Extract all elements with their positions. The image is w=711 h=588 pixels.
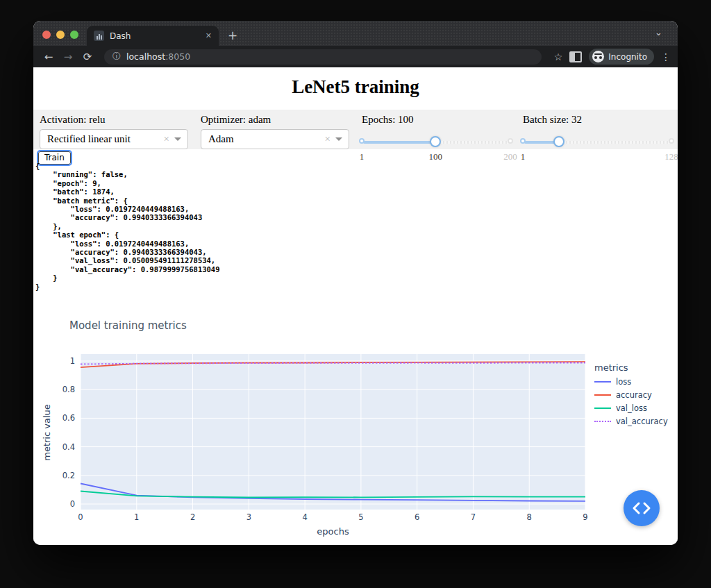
- x-tick-label: 6: [415, 512, 419, 522]
- x-tick-label: 8: [527, 512, 532, 522]
- maximize-window-button[interactable]: [70, 31, 78, 39]
- legend-swatch: [594, 421, 611, 422]
- x-tick-label: 5: [358, 512, 363, 522]
- training-status-json: { "running": false, "epoch": 9, "batch":…: [35, 162, 220, 291]
- dash-debug-menu-button[interactable]: [624, 490, 660, 526]
- url-host: localhost: [126, 51, 165, 62]
- batch-size-control: Batch size: 32 1128: [517, 110, 678, 149]
- caret-down-icon[interactable]: [174, 137, 181, 141]
- x-tick-label: 9: [583, 512, 587, 522]
- chevron-down-icon[interactable]: ⌄: [655, 27, 662, 37]
- x-tick-label: 4: [302, 512, 307, 522]
- address-bar[interactable]: ⓘ localhost:8050: [104, 49, 542, 65]
- batch-size-slider[interactable]: [523, 137, 671, 148]
- slider-mark-dot: [359, 138, 365, 144]
- slider-mark-label: 100: [429, 151, 443, 162]
- browser-toolbar: ← → ⟳ ⓘ localhost:8050 ☆ Incognito ⋮: [33, 46, 678, 67]
- site-info-icon[interactable]: ⓘ: [112, 51, 121, 62]
- slider-mark-dot: [508, 138, 513, 144]
- dash-app-page: LeNet5 training Activation: relu Rectifi…: [33, 67, 678, 545]
- legend-label: loss: [616, 377, 631, 387]
- optimizer-dropdown[interactable]: Adam ×: [201, 129, 349, 149]
- incognito-label: Incognito: [608, 52, 647, 62]
- browser-window: Dash ✕ + ⌄ ← → ⟳ ⓘ localhost:8050 ☆ Inco…: [33, 21, 678, 545]
- chart-title: Model training metrics: [69, 319, 187, 332]
- x-tick-label: 1: [134, 512, 139, 522]
- bookmark-star-icon[interactable]: ☆: [554, 51, 563, 62]
- epochs-label: Epochs: 100: [362, 114, 510, 126]
- x-tick-label: 3: [246, 512, 251, 522]
- tab-close-icon[interactable]: ✕: [206, 31, 212, 40]
- activation-dropdown[interactable]: Rectified linear unit ×: [40, 129, 188, 149]
- activation-label: Activation: relu: [40, 114, 188, 126]
- tab-dash[interactable]: Dash ✕: [87, 26, 219, 46]
- incognito-badge: Incognito: [589, 49, 654, 65]
- url-port: :8050: [165, 51, 190, 62]
- legend-swatch: [594, 381, 611, 383]
- y-tick-label: 0.2: [62, 471, 75, 480]
- clear-icon[interactable]: ×: [320, 133, 335, 145]
- caret-down-icon[interactable]: [335, 137, 342, 141]
- page-title: LeNet5 training: [33, 67, 678, 98]
- optimizer-dropdown-value: Adam: [208, 133, 320, 145]
- legend-swatch: [594, 394, 611, 396]
- legend-item-val_accuracy[interactable]: val_accuracy: [594, 417, 678, 426]
- slider-handle[interactable]: [430, 136, 441, 147]
- legend-title: metrics: [594, 362, 678, 373]
- legend-item-accuracy[interactable]: accuracy: [594, 390, 678, 400]
- close-window-button[interactable]: [42, 31, 51, 39]
- y-axis-label: metric value: [42, 404, 52, 461]
- dash-favicon-icon: [94, 31, 104, 41]
- side-panel-icon[interactable]: [569, 51, 582, 62]
- tab-title: Dash: [110, 31, 206, 41]
- slider-handle[interactable]: [553, 136, 564, 147]
- epochs-control: Epochs: 100 1100200: [356, 110, 517, 149]
- y-tick-label: 0.4: [62, 442, 75, 452]
- slider-mark-label: 128: [664, 151, 678, 162]
- reload-icon[interactable]: ⟳: [79, 51, 96, 63]
- new-tab-button[interactable]: +: [228, 26, 237, 44]
- y-tick-label: 0.8: [62, 385, 75, 394]
- x-tick-label: 0: [78, 512, 83, 522]
- batch-size-slider-marks: 1128: [523, 151, 671, 162]
- code-brackets-icon: [631, 501, 652, 515]
- incognito-icon: [592, 51, 604, 62]
- legend-label: accuracy: [616, 390, 652, 400]
- x-axis-label: epochs: [317, 526, 349, 537]
- slider-mark-label: 200: [503, 151, 517, 162]
- legend-item-loss[interactable]: loss: [594, 377, 678, 387]
- activation-control: Activation: relu Rectified linear unit ×: [33, 110, 194, 149]
- window-controls: [42, 31, 78, 39]
- y-tick-label: 1: [70, 356, 75, 366]
- browser-menu-icon[interactable]: ⋮: [661, 51, 671, 62]
- slider-mark-label: 1: [360, 151, 365, 162]
- x-tick-label: 7: [471, 512, 476, 522]
- y-tick-label: 0: [70, 499, 75, 509]
- batch-size-label: Batch size: 32: [523, 114, 671, 126]
- slider-mark-label: 1: [521, 151, 526, 162]
- chart-canvas[interactable]: 00.20.40.60.810123456789epochsmetric val…: [40, 348, 637, 539]
- forward-icon[interactable]: →: [60, 51, 76, 63]
- chart-legend: metrics lossaccuracyval_lossval_accuracy: [594, 362, 678, 430]
- plot-area[interactable]: [81, 354, 585, 510]
- slider-mark-dot: [520, 138, 526, 144]
- clear-icon[interactable]: ×: [159, 133, 174, 145]
- epochs-slider[interactable]: [362, 137, 510, 148]
- minimize-window-button[interactable]: [56, 31, 65, 39]
- metrics-chart[interactable]: 00.20.40.60.810123456789epochsmetric val…: [40, 348, 637, 542]
- activation-dropdown-value: Rectified linear unit: [47, 133, 159, 145]
- legend-item-val_loss[interactable]: val_loss: [594, 403, 678, 413]
- legend-label: val_loss: [616, 403, 647, 413]
- slider-mark-dot: [669, 138, 674, 144]
- legend-swatch: [594, 408, 611, 409]
- legend-label: val_accuracy: [616, 417, 668, 426]
- y-tick-label: 0.6: [62, 413, 75, 423]
- back-icon[interactable]: ←: [40, 51, 57, 63]
- optimizer-control: Optimizer: adam Adam ×: [194, 110, 356, 149]
- tab-strip: Dash ✕ + ⌄: [33, 21, 678, 46]
- optimizer-label: Optimizer: adam: [201, 114, 349, 126]
- controls-row: Activation: relu Rectified linear unit ×…: [33, 110, 678, 149]
- epochs-slider-marks: 1100200: [362, 151, 510, 162]
- x-tick-label: 2: [190, 512, 195, 522]
- slider-track: [363, 141, 437, 144]
